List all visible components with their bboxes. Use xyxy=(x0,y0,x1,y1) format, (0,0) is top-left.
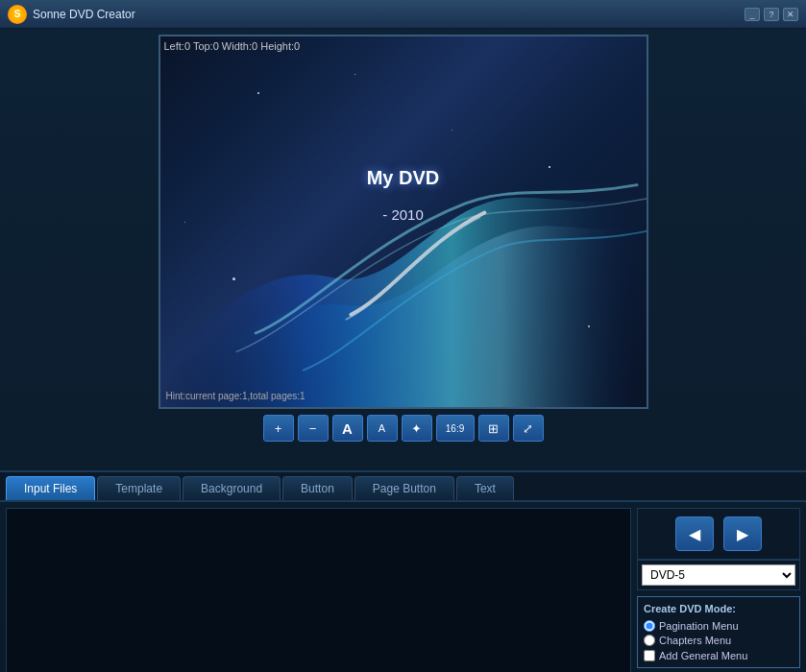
chapters-menu-radio[interactable] xyxy=(644,635,655,646)
dvd-subtitle: - 2010 xyxy=(382,206,424,223)
effect-button[interactable]: ✦ xyxy=(402,415,432,442)
text-larger-button[interactable]: A xyxy=(332,415,363,442)
right-panel: ◀ ▶ DVD-5 DVD-9 Create DVD Mode: Paginat… xyxy=(637,508,800,672)
chapters-menu-row: Chapters Menu xyxy=(644,635,794,646)
chapters-menu-label: Chapters Menu xyxy=(659,635,731,646)
dvd-mode-title: Create DVD Mode: xyxy=(644,603,794,614)
general-menu-checkbox[interactable] xyxy=(644,650,655,661)
tab-background[interactable]: Background xyxy=(183,476,281,500)
tab-input-files[interactable]: Input Files xyxy=(6,476,95,500)
bottom-panel: 0GB 1GB 2GB 3GB 4GB 4.7GB 5GB ◀ ▶ xyxy=(0,502,806,672)
window-controls: _ ? ✕ xyxy=(745,8,798,21)
preview-coords: Left:0 Top:0 Width:0 Height:0 xyxy=(164,40,301,52)
app-icon: S xyxy=(8,5,27,24)
dvd-type-select[interactable]: DVD-5 DVD-9 xyxy=(642,564,795,586)
preview-container: Left:0 Top:0 Width:0 Height:0 My DVD - 2… xyxy=(159,35,648,409)
tab-text[interactable]: Text xyxy=(456,476,514,500)
tab-button[interactable]: Button xyxy=(282,476,353,500)
nav-buttons: ◀ ▶ xyxy=(637,508,800,560)
minimize-button[interactable]: _ xyxy=(745,8,760,21)
app-title: Sonne DVD Creator xyxy=(33,8,745,21)
dvd-title: My DVD xyxy=(367,166,440,188)
text-smaller-button[interactable]: A xyxy=(367,415,398,442)
pagination-menu-radio[interactable] xyxy=(644,620,655,632)
preview-toolbar: + − A A ✦ 16:9 ⊞ ⤢ xyxy=(263,415,544,442)
title-bar: S Sonne DVD Creator _ ? ✕ xyxy=(0,0,806,29)
next-button[interactable]: ▶ xyxy=(723,516,762,551)
tab-bar: Input Files Template Background Button P… xyxy=(0,470,806,502)
main-container: Left:0 Top:0 Width:0 Height:0 My DVD - 2… xyxy=(0,29,806,672)
close-button[interactable]: ✕ xyxy=(783,8,798,21)
help-button[interactable]: ? xyxy=(764,8,779,21)
dvd-mode-panel: Create DVD Mode: Pagination Menu Chapter… xyxy=(637,596,800,668)
dvd-select-container: DVD-5 DVD-9 xyxy=(637,560,800,590)
pagination-menu-label: Pagination Menu xyxy=(659,620,739,632)
add-element-button[interactable]: + xyxy=(263,415,294,442)
aspect-ratio-button[interactable]: 16:9 xyxy=(436,415,475,442)
tab-page-button[interactable]: Page Button xyxy=(354,476,454,500)
tab-template[interactable]: Template xyxy=(97,476,181,500)
general-menu-row: Add General Menu xyxy=(644,650,794,661)
nav-dvd-container: ◀ ▶ DVD-5 DVD-9 xyxy=(637,508,800,590)
prev-button[interactable]: ◀ xyxy=(675,516,714,551)
pagination-menu-row: Pagination Menu xyxy=(644,620,794,632)
grid-button[interactable]: ⊞ xyxy=(478,415,509,442)
file-list-area[interactable]: 0GB 1GB 2GB 3GB 4GB 4.7GB 5GB xyxy=(6,508,631,672)
preview-area: Left:0 Top:0 Width:0 Height:0 My DVD - 2… xyxy=(0,29,806,470)
preview-hint: Hint:current page:1,total pages:1 xyxy=(166,391,305,401)
general-menu-label: Add General Menu xyxy=(659,650,747,661)
fit-button[interactable]: ⤢ xyxy=(513,415,544,442)
remove-element-button[interactable]: − xyxy=(298,415,329,442)
